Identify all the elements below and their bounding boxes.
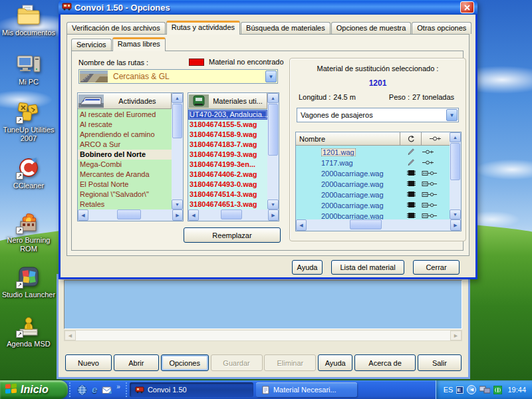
desktop-icon-tuneup[interactable]: ↗ TuneUp Utilities 2007: [1, 101, 56, 143]
internet-explorer-icon[interactable]: e: [92, 385, 97, 394]
column-header-nombre[interactable]: Nombre: [296, 132, 400, 146]
ayuda-button[interactable]: Ayuda: [292, 260, 323, 275]
task-button-material-necesario[interactable]: Material Necesari...: [256, 382, 357, 397]
scroll-down-arrow[interactable]: ▼: [450, 209, 461, 219]
guardar-button[interactable]: Guardar: [211, 354, 263, 371]
tab-otras-opciones[interactable]: Otras opciones: [412, 22, 471, 34]
vertical-scrollbar[interactable]: ▲ ▼: [267, 93, 279, 209]
horizontal-scrollbar[interactable]: ◀ ▶: [78, 209, 183, 221]
scroll-up-arrow[interactable]: ▲: [267, 93, 279, 103]
rotate-icon[interactable]: [400, 132, 422, 146]
list-item[interactable]: ARCO a Sur: [78, 140, 172, 150]
scroll-thumb[interactable]: [268, 104, 278, 156]
activities-header[interactable]: Actividades: [78, 93, 172, 109]
desktop-icon-ccleaner[interactable]: ↗ CCleaner: [1, 157, 56, 190]
list-item-selected[interactable]: Bobinero del Norte: [78, 150, 172, 160]
horizontal-scrollbar[interactable]: ◀ ▶: [296, 219, 461, 231]
tab-verificacion[interactable]: Verificación de los archivos: [66, 22, 166, 34]
coupler-icon[interactable]: [422, 132, 450, 146]
desktop-icon-my-documents[interactable]: Mis documentos: [1, 4, 56, 37]
tab-busqueda-materiales[interactable]: Búsqueda de materiales: [241, 22, 331, 34]
dialog-titlebar[interactable]: Convoi 1.50 - Opciones: [59, 0, 477, 15]
language-indicator[interactable]: ES: [444, 386, 454, 394]
salir-button[interactable]: Salir: [418, 354, 462, 371]
chevron-more-icon[interactable]: »: [116, 383, 120, 390]
eliminar-button[interactable]: Eliminar: [264, 354, 316, 371]
start-button[interactable]: Inicio: [0, 380, 68, 399]
scroll-thumb[interactable]: [172, 104, 182, 138]
list-item[interactable]: 31804674651-3.wag: [188, 200, 267, 209]
acerca-de-button[interactable]: Acerca de: [354, 354, 416, 371]
desktop-icon-agenda-msd[interactable]: ↗ Agenda MSD: [1, 315, 56, 348]
network-icon[interactable]: [479, 386, 490, 394]
language-e-icon[interactable]: E: [456, 386, 464, 394]
scroll-up-arrow[interactable]: ▲: [172, 93, 183, 103]
msn-globe-icon[interactable]: [77, 385, 87, 395]
list-item[interactable]: 31804674514-3.wag: [188, 190, 267, 200]
tab-opciones-muestra[interactable]: Opciones de muestra: [331, 22, 412, 34]
table-row[interactable]: 2000acarriage.wag: [296, 200, 450, 211]
cerrar-button[interactable]: Cerrar: [413, 260, 460, 275]
vertical-scrollbar[interactable]: ▲ ▼: [450, 132, 461, 219]
scroll-right-arrow[interactable]: ▶: [450, 331, 462, 340]
main-window-list-panel[interactable]: [64, 280, 462, 329]
list-item[interactable]: El Postal Norte: [78, 180, 172, 190]
scroll-thumb[interactable]: [350, 219, 382, 229]
opciones-button[interactable]: Opciones: [161, 354, 209, 371]
scroll-down-arrow[interactable]: ▼: [172, 200, 183, 209]
ayuda-button[interactable]: Ayuda: [318, 354, 352, 371]
list-item[interactable]: 31804674155-5.wag: [188, 120, 267, 130]
table-row[interactable]: 2000acarriage.wag: [296, 179, 450, 190]
tab-ramas-libres[interactable]: Ramas libres: [112, 37, 166, 51]
scroll-right-arrow[interactable]: ▶: [172, 209, 183, 221]
lista-del-material-button[interactable]: Lista del material: [331, 260, 404, 275]
desktop-icon-my-computer[interactable]: Mi PC: [1, 53, 56, 86]
chevron-down-icon[interactable]: ▼: [265, 70, 277, 82]
abrir-button[interactable]: Abrir: [114, 354, 159, 371]
list-item[interactable]: 31804674183-7.wag: [188, 140, 267, 150]
list-item[interactable]: Mercantes de Aranda: [78, 170, 172, 180]
materials-header[interactable]: Materiales uti...: [188, 93, 267, 109]
tab-servicios[interactable]: Servicios: [71, 39, 112, 51]
table-row-selected[interactable]: 1201.wag: [296, 147, 450, 158]
list-item[interactable]: 31804674406-2.wag: [188, 170, 267, 180]
scroll-left-arrow[interactable]: ◀: [296, 219, 307, 231]
scroll-up-arrow[interactable]: ▲: [450, 132, 461, 142]
list-item[interactable]: 31804674493-0.wag: [188, 180, 267, 190]
main-window-horizontal-scrollbar[interactable]: ◀ ▶: [64, 330, 462, 341]
clock[interactable]: 19:44: [507, 386, 526, 394]
scroll-left-arrow[interactable]: ◀: [188, 209, 199, 221]
vertical-scrollbar[interactable]: ▲ ▼: [172, 93, 183, 209]
list-item[interactable]: Retales: [78, 200, 172, 209]
scroll-right-arrow[interactable]: ▶: [268, 209, 279, 221]
desktop-icon-nero[interactable]: ↗ Nero Burning ROM: [1, 211, 56, 253]
hide-icons-chevron[interactable]: ◀: [467, 385, 476, 394]
list-item[interactable]: 31804674199-3en...: [188, 160, 267, 170]
table-row[interactable]: 2000acarriage.wag: [296, 168, 450, 179]
list-item[interactable]: 31804674199-3.wag: [188, 150, 267, 160]
list-item[interactable]: 31804674158-9.wag: [188, 130, 267, 140]
task-button-convoi[interactable]: Convoi 1.50: [130, 382, 253, 397]
horizontal-scrollbar[interactable]: ◀ ▶: [188, 209, 279, 221]
scroll-left-arrow[interactable]: ◀: [65, 331, 76, 340]
media-icon[interactable]: [493, 386, 502, 394]
table-row[interactable]: 2000bcarriage.wag: [296, 211, 450, 219]
list-item[interactable]: Aprendiendo el camino: [78, 130, 172, 140]
scroll-thumb[interactable]: [450, 143, 460, 180]
table-row[interactable]: 2000acarriage.wag: [296, 190, 450, 200]
category-dropdown[interactable]: Vagones de pasajeros ▼: [297, 108, 459, 122]
close-button[interactable]: [460, 1, 474, 13]
list-item[interactable]: Mega-Combi: [78, 160, 172, 170]
list-item[interactable]: Al rescate del Euromed: [78, 110, 172, 120]
list-item[interactable]: Al rescate: [78, 120, 172, 130]
scroll-down-arrow[interactable]: ▼: [267, 200, 279, 209]
table-row[interactable]: 1717.wag: [296, 158, 450, 168]
chevron-down-icon[interactable]: ▼: [446, 109, 458, 121]
scroll-right-arrow[interactable]: ▶: [450, 219, 461, 231]
reemplazar-button[interactable]: Reemplazar: [184, 227, 281, 243]
scroll-thumb[interactable]: [117, 209, 141, 219]
list-item[interactable]: Regional \"Salvador\": [78, 190, 172, 200]
nuevo-button[interactable]: Nuevo: [65, 354, 112, 371]
desktop-icon-studio-launcher[interactable]: ↗ Studio Launcher: [1, 266, 56, 299]
list-item-selected[interactable]: UT470-203, Andalucia...: [188, 110, 267, 120]
